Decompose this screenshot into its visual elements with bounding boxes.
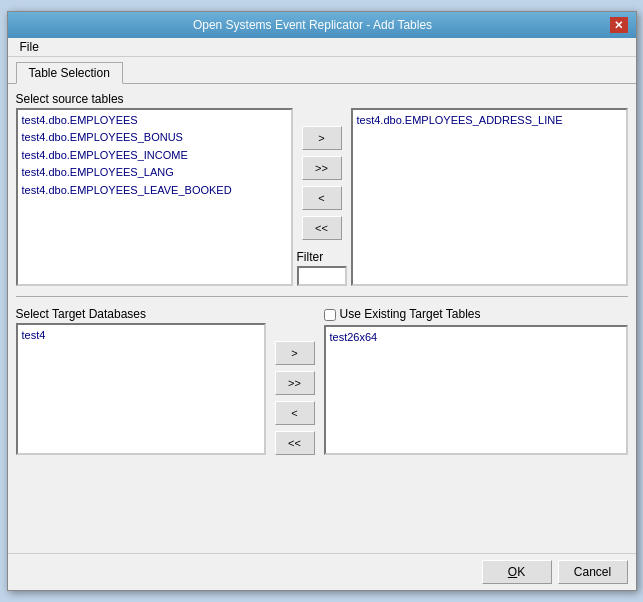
list-item[interactable]: test4.dbo.EMPLOYEES <box>22 112 287 129</box>
target-db-area: Select Target Databases test4 > <box>16 307 320 455</box>
target-db-label: Select Target Databases <box>16 307 320 321</box>
move-left-single-button[interactable]: < <box>302 186 342 210</box>
tab-bar: Table Selection <box>8 57 636 84</box>
use-existing-checkbox-row: Use Existing Target Tables <box>324 307 628 323</box>
filter-input[interactable] <box>297 266 347 286</box>
db-move-right-all-button[interactable]: >> <box>275 371 315 395</box>
footer: OK Cancel <box>8 553 636 590</box>
list-item[interactable]: test4 <box>22 327 260 344</box>
ok-button[interactable]: OK <box>482 560 552 584</box>
target-db-panels: test4 > >> < <box>16 323 320 455</box>
list-item[interactable]: test4.dbo.EMPLOYEES_INCOME <box>22 147 287 164</box>
list-item[interactable]: test4.dbo.EMPLOYEES_LEAVE_BOOKED <box>22 182 287 199</box>
list-item[interactable]: test4.dbo.EMPLOYEES_ADDRESS_LINE <box>357 112 622 129</box>
selected-source-tables-list[interactable]: test4.dbo.EMPLOYEES_ADDRESS_LINE <box>351 108 628 286</box>
target-tables-list[interactable]: test26x64 <box>324 325 628 455</box>
section-divider <box>16 296 628 297</box>
cancel-button[interactable]: Cancel <box>558 560 628 584</box>
selected-source-tables-panel: test4.dbo.EMPLOYEES_ADDRESS_LINE <box>351 108 628 286</box>
filter-label: Filter <box>297 250 347 264</box>
list-item[interactable]: test26x64 <box>330 329 622 346</box>
list-item[interactable]: test4.dbo.EMPLOYEES_BONUS <box>22 129 287 146</box>
main-content: Select source tables test4.dbo.EMPLOYEES… <box>8 84 636 553</box>
top-panels: test4.dbo.EMPLOYEES test4.dbo.EMPLOYEES_… <box>16 108 628 286</box>
window-title: Open Systems Event Replicator - Add Tabl… <box>16 18 610 32</box>
use-existing-checkbox[interactable] <box>324 309 336 321</box>
main-window: Open Systems Event Replicator - Add Tabl… <box>7 11 637 591</box>
list-item[interactable]: test4.dbo.EMPLOYEES_LANG <box>22 164 287 181</box>
target-tables-area: Use Existing Target Tables test26x64 <box>324 307 628 455</box>
filter-area: Filter <box>297 250 347 286</box>
source-tables-label: Select source tables <box>16 92 628 106</box>
db-move-left-all-button[interactable]: << <box>275 431 315 455</box>
top-section: Select source tables test4.dbo.EMPLOYEES… <box>16 92 628 286</box>
source-tables-list[interactable]: test4.dbo.EMPLOYEES test4.dbo.EMPLOYEES_… <box>16 108 293 286</box>
db-move-left-single-button[interactable]: < <box>275 401 315 425</box>
bottom-section: Select Target Databases test4 > <box>16 307 628 455</box>
menu-bar: File <box>8 38 636 57</box>
file-menu[interactable]: File <box>16 38 43 56</box>
db-move-right-single-button[interactable]: > <box>275 341 315 365</box>
use-existing-label: Use Existing Target Tables <box>340 307 481 321</box>
source-tables-panel: test4.dbo.EMPLOYEES test4.dbo.EMPLOYEES_… <box>16 108 293 286</box>
close-button[interactable]: ✕ <box>610 17 628 33</box>
bottom-panels: Select Target Databases test4 > <box>16 307 628 455</box>
tab-table-selection[interactable]: Table Selection <box>16 62 123 84</box>
move-right-all-button[interactable]: >> <box>302 156 342 180</box>
target-db-list[interactable]: test4 <box>16 323 266 455</box>
title-bar: Open Systems Event Replicator - Add Tabl… <box>8 12 636 38</box>
target-db-list-panel: test4 <box>16 323 266 455</box>
source-transfer-buttons: > >> < << Filter <box>297 108 347 286</box>
move-right-single-button[interactable]: > <box>302 126 342 150</box>
move-left-all-button[interactable]: << <box>302 216 342 240</box>
db-transfer-buttons: > >> < << <box>270 323 320 455</box>
